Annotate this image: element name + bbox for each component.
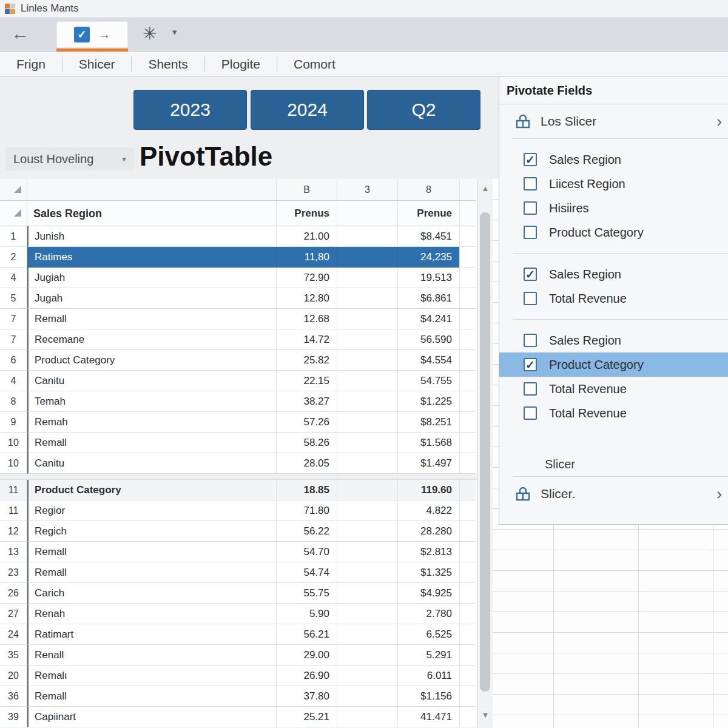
cell-name[interactable]: Junish xyxy=(27,226,276,247)
cell-num[interactable]: 20 xyxy=(0,666,27,686)
cell-extra[interactable] xyxy=(459,371,476,391)
cell-v1[interactable]: 26.90 xyxy=(276,666,337,686)
chevron-right-icon[interactable]: › xyxy=(716,112,722,131)
cell-num[interactable]: 11 xyxy=(0,480,27,500)
cell-num[interactable]: 1 xyxy=(0,226,27,247)
cell-v2[interactable] xyxy=(337,268,397,288)
cell-name[interactable]: Remall xyxy=(27,686,276,707)
cell-v3[interactable]: $2.813 xyxy=(397,542,459,562)
cell-extra[interactable] xyxy=(459,433,476,453)
cell-v2[interactable] xyxy=(337,350,397,371)
cell-v3[interactable]: 24,235 xyxy=(397,247,459,268)
cell-name[interactable]: Remall xyxy=(27,562,276,583)
table-row[interactable]: 8Temah38.27$1.225 xyxy=(0,391,477,412)
cell-v1[interactable]: 22.15 xyxy=(276,371,337,391)
cell-v1[interactable]: 12.80 xyxy=(276,288,337,309)
cell-extra[interactable] xyxy=(459,500,476,521)
cell-extra[interactable] xyxy=(459,583,476,604)
cell-num[interactable]: 12 xyxy=(0,521,27,542)
cell-num[interactable]: 9 xyxy=(0,412,27,433)
cell-num[interactable]: 36 xyxy=(0,686,27,707)
ribbon-tab-comort[interactable]: Comort xyxy=(277,52,352,77)
cell-v1[interactable]: 18.85 xyxy=(276,480,337,500)
cell-v1[interactable]: 38.27 xyxy=(276,391,337,412)
cell-name[interactable]: Renah xyxy=(27,604,276,624)
cell-v3[interactable]: $1.497 xyxy=(397,453,459,474)
cell-v3[interactable]: 119.60 xyxy=(397,480,459,500)
cell-v2[interactable] xyxy=(337,453,397,474)
cell-v1[interactable]: 56.22 xyxy=(276,521,337,542)
table-row[interactable]: 12Regich56.2228.280 xyxy=(0,521,477,542)
table-row[interactable]: 11Regior71.804.822 xyxy=(0,500,477,521)
cell-v1[interactable]: 5.90 xyxy=(276,604,337,624)
cell-v2[interactable] xyxy=(337,686,397,707)
cell-v2[interactable] xyxy=(337,433,397,453)
cell-v1[interactable]: 56.21 xyxy=(276,624,337,645)
cell-v3[interactable]: $4.925 xyxy=(397,583,459,604)
cell-v3[interactable]: $6.861 xyxy=(397,288,459,309)
cell-num[interactable]: 10 xyxy=(0,433,27,453)
cell-v2[interactable] xyxy=(337,309,397,329)
table-row[interactable]: 2Ratimes11,8024,235 xyxy=(0,247,477,268)
field-item[interactable]: Product Category xyxy=(499,220,728,244)
cell-extra[interactable] xyxy=(459,686,476,707)
cell-v1[interactable]: 28.05 xyxy=(276,453,337,474)
cell-name[interactable]: Jugah xyxy=(27,288,276,309)
cell-extra[interactable] xyxy=(459,309,476,329)
asterisk-icon[interactable]: ✳ xyxy=(143,24,157,44)
cell-num[interactable]: 13 xyxy=(0,542,27,562)
column-header[interactable]: 3 xyxy=(337,179,397,201)
slicer-button-2023[interactable]: 2023 xyxy=(133,90,247,130)
table-row[interactable]: 13Remall54.70$2.813 xyxy=(0,542,477,562)
cell-extra[interactable] xyxy=(459,666,476,686)
vertical-scrollbar[interactable]: ▲ ▼ xyxy=(477,179,493,728)
cell-v3[interactable]: $4.554 xyxy=(397,350,459,371)
table-row[interactable]: 24Ratimart56.216.525 xyxy=(0,624,477,645)
table-row[interactable]: 39Capiinart25.2141.471 xyxy=(0,707,477,727)
ribbon-tab-plogite[interactable]: Plogite xyxy=(205,52,277,77)
cell-extra[interactable] xyxy=(459,268,476,288)
checkbox[interactable] xyxy=(524,226,537,239)
table-row[interactable]: 36Remall37.80$1.156 xyxy=(0,686,477,707)
cell-v2[interactable] xyxy=(337,329,397,350)
name-box-dropdown[interactable]: Loust Hoveling ▾ xyxy=(5,147,135,170)
cell-num[interactable]: 10 xyxy=(0,453,27,474)
cell-extra[interactable] xyxy=(459,604,476,624)
cell-name[interactable]: Renall xyxy=(27,645,276,666)
table-row[interactable]: 10Canitu28.05$1.497 xyxy=(0,453,477,474)
cell-v2[interactable] xyxy=(337,583,397,604)
cell-v3[interactable]: 19.513 xyxy=(397,268,459,288)
cell-v3[interactable]: $8.251 xyxy=(397,412,459,433)
slicer-button-2024[interactable]: 2024 xyxy=(251,90,364,130)
table-row[interactable]: 35Renall29.005.291 xyxy=(0,645,477,666)
cell-v2[interactable] xyxy=(337,500,397,521)
cell-name[interactable]: Jugiah xyxy=(27,268,276,288)
cell-extra[interactable] xyxy=(459,329,476,350)
ribbon-tab-shicer[interactable]: Shicer xyxy=(62,52,132,77)
cell-v3[interactable]: $1.156 xyxy=(397,686,459,707)
cell-extra[interactable] xyxy=(459,350,476,371)
field-item[interactable]: Sales Region xyxy=(499,328,728,352)
table-row[interactable]: 9Remah57.26$8.251 xyxy=(0,412,477,433)
cell-v2[interactable] xyxy=(337,562,397,583)
checkbox[interactable] xyxy=(524,334,537,347)
cell-v3[interactable]: $1.568 xyxy=(397,433,459,453)
cell-v2[interactable] xyxy=(337,624,397,645)
cell-name[interactable]: Product Category xyxy=(27,350,276,371)
cell-name[interactable]: Recemane xyxy=(27,329,276,350)
back-arrow-icon[interactable]: ← xyxy=(11,23,29,44)
cell-name[interactable]: Ratimes xyxy=(27,247,276,268)
cell-name[interactable]: Remall xyxy=(27,542,276,562)
cell-v3[interactable]: $1.325 xyxy=(397,562,459,583)
cell-v3[interactable]: 2.780 xyxy=(397,604,459,624)
cell-v1[interactable]: 55.75 xyxy=(276,583,337,604)
cell-v1[interactable]: 29.00 xyxy=(276,645,337,666)
cell-extra[interactable] xyxy=(459,480,476,500)
cell-name[interactable]: Remall xyxy=(27,433,276,453)
header-prenue[interactable]: Prenue xyxy=(397,201,459,226)
cell-num[interactable]: 4 xyxy=(0,371,27,391)
cell-num[interactable]: 6 xyxy=(0,350,27,371)
cell-extra[interactable] xyxy=(459,247,476,268)
cell-num[interactable]: 7 xyxy=(0,329,27,350)
header-sales-region[interactable]: Sales Region xyxy=(27,201,276,226)
